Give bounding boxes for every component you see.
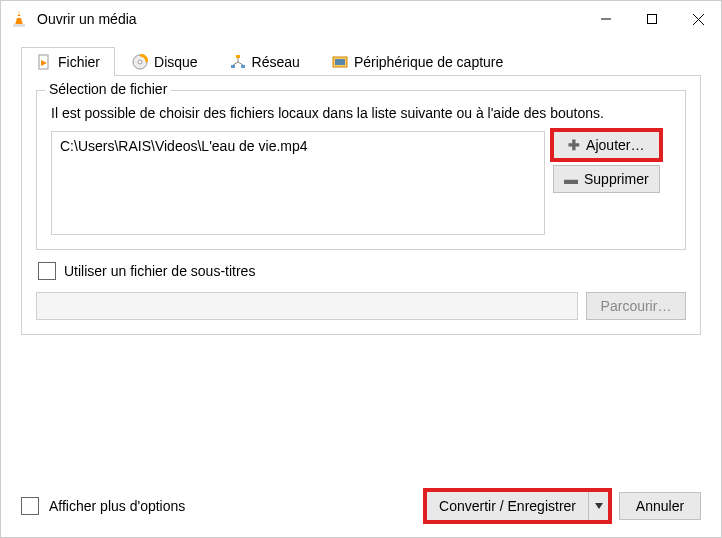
remove-button[interactable]: ▬ Supprimer bbox=[553, 165, 660, 193]
tab-file[interactable]: Fichier bbox=[21, 47, 115, 76]
browse-subtitle-label: Parcourir… bbox=[601, 298, 672, 314]
footer-bar: Afficher plus d'options Convertir / Enre… bbox=[1, 481, 721, 537]
svg-rect-2 bbox=[16, 16, 22, 18]
tab-capture-label: Périphérique de capture bbox=[354, 54, 503, 70]
network-icon bbox=[230, 54, 246, 70]
file-list-item[interactable]: C:\Users\RAIS\Videos\L'eau de vie.mp4 bbox=[60, 138, 536, 154]
convert-save-button[interactable]: Convertir / Enregistrer bbox=[426, 491, 609, 521]
convert-save-label[interactable]: Convertir / Enregistrer bbox=[427, 492, 588, 520]
svg-rect-14 bbox=[231, 65, 235, 68]
svg-rect-5 bbox=[648, 15, 657, 24]
file-action-buttons: ✚ Ajouter… ▬ Supprimer bbox=[553, 131, 660, 235]
cancel-button-label: Annuler bbox=[636, 498, 684, 514]
svg-rect-20 bbox=[335, 59, 345, 65]
tab-capture[interactable]: Périphérique de capture bbox=[317, 47, 518, 76]
vlc-cone-icon bbox=[9, 9, 29, 29]
svg-rect-1 bbox=[13, 24, 25, 27]
file-selection-hint: Il est possible de choisir des fichiers … bbox=[51, 105, 671, 121]
svg-rect-3 bbox=[17, 13, 21, 15]
close-button[interactable] bbox=[675, 1, 721, 37]
add-button-label: Ajouter… bbox=[586, 137, 644, 153]
svg-point-12 bbox=[138, 60, 142, 64]
maximize-button[interactable] bbox=[629, 1, 675, 37]
file-selection-group: Sélection de fichier Il est possible de … bbox=[36, 90, 686, 250]
title-bar: Ouvrir un média bbox=[1, 1, 721, 37]
remove-button-label: Supprimer bbox=[584, 171, 649, 187]
minimize-button[interactable] bbox=[583, 1, 629, 37]
svg-line-18 bbox=[238, 62, 243, 65]
tab-disc[interactable]: Disque bbox=[117, 47, 213, 76]
close-icon bbox=[693, 14, 704, 25]
subtitle-path-input bbox=[36, 292, 578, 320]
tab-network-label: Réseau bbox=[252, 54, 300, 70]
subtitle-checkbox-row: Utiliser un fichier de sous-titres bbox=[38, 262, 686, 280]
chevron-down-icon bbox=[595, 503, 603, 509]
subtitle-path-row: Parcourir… bbox=[36, 292, 686, 320]
show-more-label: Afficher plus d'options bbox=[49, 498, 185, 514]
svg-rect-15 bbox=[241, 65, 245, 68]
tab-network[interactable]: Réseau bbox=[215, 47, 315, 76]
file-list[interactable]: C:\Users\RAIS\Videos\L'eau de vie.mp4 bbox=[51, 131, 545, 235]
disc-icon bbox=[132, 54, 148, 70]
add-button[interactable]: ✚ Ajouter… bbox=[553, 131, 660, 159]
cancel-button[interactable]: Annuler bbox=[619, 492, 701, 520]
tab-content: Sélection de fichier Il est possible de … bbox=[21, 75, 701, 335]
maximize-icon bbox=[647, 14, 657, 24]
file-selection-title: Sélection de fichier bbox=[45, 81, 171, 97]
plus-icon: ✚ bbox=[568, 137, 580, 153]
svg-line-17 bbox=[233, 62, 238, 65]
svg-rect-13 bbox=[236, 55, 240, 58]
minimize-icon bbox=[601, 14, 611, 24]
browse-subtitle-button: Parcourir… bbox=[586, 292, 686, 320]
file-icon bbox=[36, 54, 52, 70]
window-title: Ouvrir un média bbox=[37, 11, 137, 27]
capture-icon bbox=[332, 54, 348, 70]
tab-strip: Fichier Disque Réseau Périphérique de ca… bbox=[1, 37, 721, 76]
show-more-checkbox[interactable] bbox=[21, 497, 39, 515]
window-controls bbox=[583, 1, 721, 37]
svg-marker-21 bbox=[595, 503, 603, 509]
convert-save-dropdown[interactable] bbox=[588, 492, 608, 520]
minus-icon: ▬ bbox=[564, 171, 578, 187]
tab-disc-label: Disque bbox=[154, 54, 198, 70]
subtitle-checkbox[interactable] bbox=[38, 262, 56, 280]
subtitle-checkbox-label: Utiliser un fichier de sous-titres bbox=[64, 263, 255, 279]
tab-file-label: Fichier bbox=[58, 54, 100, 70]
